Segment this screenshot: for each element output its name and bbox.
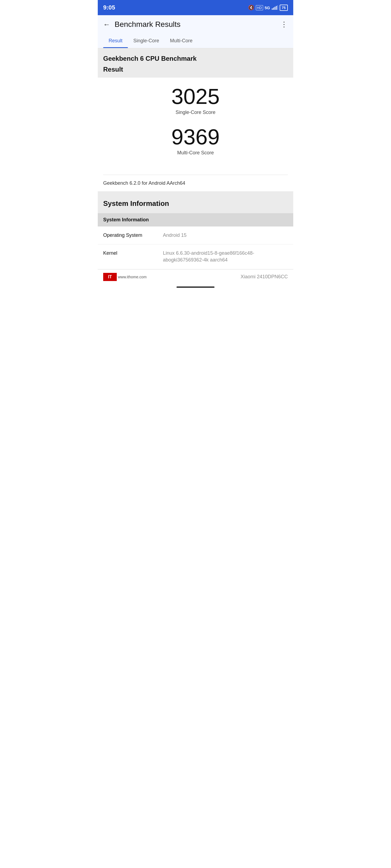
- status-bar: 9:05 🔇 HD 5G 75: [98, 0, 293, 15]
- section-header: Geekbench 6 CPU Benchmark Result: [98, 48, 293, 78]
- bottom-bar: IT www.ithome.com Xiaomi 2410DPN6CC: [98, 269, 293, 284]
- watermark-text: www.ithome.com: [118, 275, 147, 279]
- multi-core-score-block: 9369 Multi-Core Score: [103, 126, 288, 156]
- system-info-title: System Information: [103, 199, 288, 208]
- system-info-table: System Information Operating System Andr…: [98, 213, 293, 269]
- tabs-bar: Result Single-Core Multi-Core: [98, 34, 293, 48]
- status-icons: 🔇 HD 5G 75: [248, 5, 288, 11]
- back-button[interactable]: ←: [103, 20, 110, 29]
- mute-icon: 🔇: [248, 5, 254, 10]
- sys-info-value-os: Android 15: [163, 232, 288, 239]
- benchmark-subtitle: Result: [103, 66, 288, 73]
- scores-area: 3025 Single-Core Score 9369 Multi-Core S…: [98, 78, 293, 175]
- tab-result[interactable]: Result: [103, 34, 128, 48]
- page-title: Benchmark Results: [115, 20, 180, 29]
- geekbench-version: Geekbench 6.2.0 for Android AArch64: [98, 175, 293, 192]
- signal-bars: [272, 5, 278, 10]
- sys-info-key-kernel: Kernel: [103, 250, 163, 257]
- sys-info-row-header-text: System Information: [103, 217, 149, 222]
- multi-core-label: Multi-Core Score: [103, 150, 288, 156]
- sys-info-key-os: Operating System: [103, 232, 163, 239]
- tab-multi-core[interactable]: Multi-Core: [165, 34, 198, 48]
- tab-single-core[interactable]: Single-Core: [128, 34, 165, 48]
- signal-bar-5: [277, 5, 278, 10]
- multi-core-score: 9369: [103, 126, 288, 148]
- app-bar: ← Benchmark Results ⋮: [98, 15, 293, 34]
- single-core-label: Single-Core Score: [103, 110, 288, 115]
- sys-info-value-kernel: Linux 6.6.30-android15-8-geae86f166c48-a…: [163, 250, 288, 264]
- hd-icon: HD: [256, 5, 263, 10]
- app-bar-left: ← Benchmark Results: [103, 20, 180, 29]
- single-core-score: 3025: [103, 86, 288, 107]
- table-row: Kernel Linux 6.6.30-android15-8-geae86f1…: [98, 244, 293, 269]
- network-icon: 5G: [265, 5, 270, 10]
- status-time: 9:05: [103, 4, 115, 11]
- signal-bar-2: [273, 8, 274, 10]
- watermark-logo: IT: [103, 273, 117, 281]
- signal-bar-3: [275, 7, 275, 10]
- sys-info-row-header: System Information: [98, 213, 293, 226]
- single-core-score-block: 3025 Single-Core Score: [103, 86, 288, 115]
- battery-icon: 75: [280, 5, 288, 11]
- table-row: Operating System Android 15: [98, 226, 293, 244]
- benchmark-title: Geekbench 6 CPU Benchmark: [103, 55, 288, 62]
- nav-home-pill[interactable]: [176, 286, 215, 288]
- more-options-button[interactable]: ⋮: [280, 20, 288, 29]
- watermark: IT www.ithome.com: [103, 273, 147, 281]
- system-info-header: System Information: [98, 192, 293, 213]
- nav-home-bar: [98, 284, 293, 289]
- signal-bar-1: [272, 8, 273, 10]
- signal-bar-4: [276, 6, 277, 10]
- device-model: Xiaomi 2410DPN6CC: [241, 274, 288, 280]
